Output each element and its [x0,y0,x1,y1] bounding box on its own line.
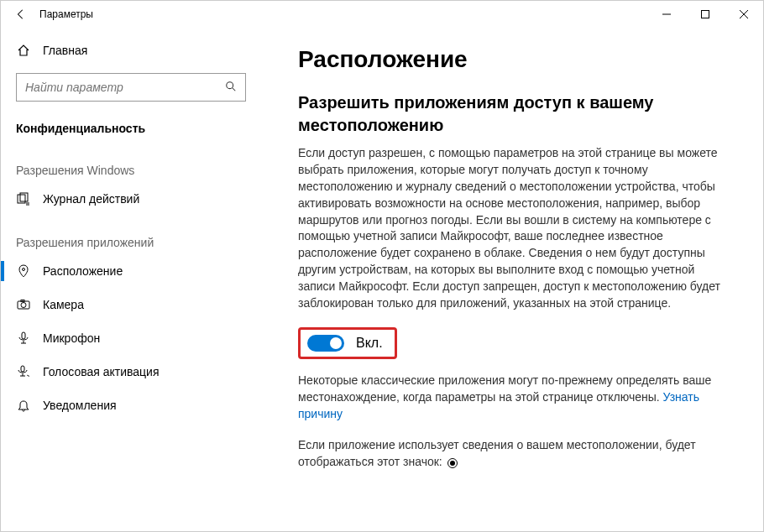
search-box[interactable] [16,73,246,102]
svg-rect-1 [702,11,709,18]
sidebar-item-location[interactable]: Расположение [1,254,261,288]
content-pane: Расположение Разрешить приложениям досту… [261,28,763,531]
sidebar-item-camera[interactable]: Камера [1,288,261,321]
voice-activation-icon [16,364,31,379]
note-text: Некоторые классические приложения могут … [298,373,711,404]
svg-point-4 [227,81,233,88]
svg-line-5 [233,87,236,91]
sidebar-item-label: Расположение [43,264,123,278]
location-icon [16,263,31,279]
sidebar-item-activity-history[interactable]: Журнал действий [1,182,261,216]
camera-icon [16,297,31,312]
microphone-icon [16,331,31,346]
icon-note-text: Если приложение использует сведения о ва… [298,438,696,468]
sidebar-item-label: Микрофон [43,331,100,345]
location-icon-note: Если приложение использует сведения о ва… [298,437,735,471]
svg-point-10 [23,269,25,271]
minimize-button[interactable] [647,1,686,28]
maximize-button[interactable] [686,1,725,28]
description-paragraph: Если доступ разрешен, с помощью параметр… [298,145,735,312]
section-heading-privacy: Конфиденциальность [1,113,261,143]
sidebar-item-microphone[interactable]: Микрофон [1,321,261,355]
back-button[interactable] [8,1,34,28]
group-windows-permissions: Разрешения Windows [1,143,261,182]
activity-history-icon [16,191,31,206]
search-icon [225,81,237,95]
sidebar-item-label: Камера [43,298,84,311]
home-label: Главная [43,44,87,57]
search-input[interactable] [25,81,225,94]
svg-rect-14 [22,332,25,339]
window-title: Параметры [39,8,93,20]
sidebar-item-label: Голосовая активация [43,365,160,378]
group-app-permissions: Разрешения приложений [1,216,261,254]
sidebar-item-notifications[interactable]: Уведомления [1,389,261,422]
svg-rect-17 [21,366,24,372]
toggle-state-label: Вкл. [356,336,383,351]
home-nav[interactable]: Главная [1,34,261,66]
sidebar: Главная Конфиденциальность Разрешения Wi… [1,28,261,531]
section-heading: Разрешить приложениям доступ к вашему ме… [298,91,738,137]
sidebar-item-label: Журнал действий [43,192,139,206]
location-access-toggle-highlight: Вкл. [298,327,397,359]
location-access-toggle[interactable] [307,335,344,352]
titlebar: Параметры [1,1,763,28]
close-button[interactable] [725,1,763,28]
location-in-use-icon [447,458,458,468]
notifications-icon [16,398,31,413]
page-title: Расположение [298,46,738,73]
svg-point-12 [21,303,26,308]
home-icon [16,43,31,58]
desktop-apps-note: Некоторые классические приложения могут … [298,373,735,423]
sidebar-item-voice-activation[interactable]: Голосовая активация [1,355,261,389]
sidebar-item-label: Уведомления [43,399,117,412]
